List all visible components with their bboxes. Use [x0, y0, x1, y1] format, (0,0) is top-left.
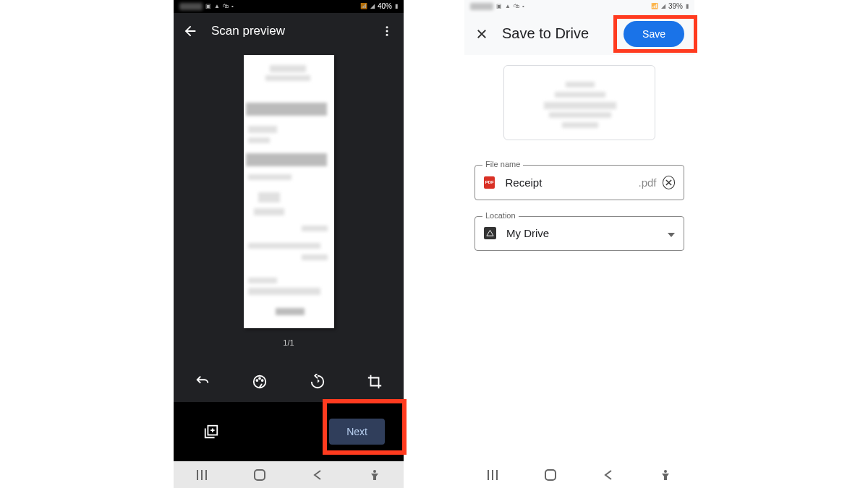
svg-rect-10: [205, 470, 207, 480]
signal-icon: ◢: [661, 3, 665, 9]
notification-icon: 🛍: [514, 3, 519, 9]
location-value: My Drive: [506, 227, 668, 239]
svg-point-2: [386, 33, 388, 35]
app-bar: Save to Drive Save: [464, 13, 694, 55]
svg-point-0: [386, 26, 388, 28]
filename-field[interactable]: File name PDF .pdf: [475, 165, 684, 200]
home-nav-icon[interactable]: [543, 468, 558, 482]
palette-icon[interactable]: [251, 373, 268, 390]
accessibility-nav-icon[interactable]: [658, 468, 673, 482]
wifi-icon: 📶: [360, 3, 367, 9]
location-label: Location: [482, 211, 519, 220]
svg-rect-8: [197, 470, 198, 480]
svg-rect-11: [255, 470, 265, 480]
clear-input-icon[interactable]: [663, 176, 675, 189]
phone-scan-preview: ▣ ▲ 🛍 • 📶 ◢ 40% ▮ Scan preview: [174, 0, 404, 488]
screen-title: Scan preview: [211, 24, 379, 38]
svg-rect-13: [488, 470, 489, 480]
battery-text: 40%: [378, 2, 392, 10]
notification-icon: ▲: [505, 3, 511, 9]
filename-input[interactable]: [505, 176, 642, 189]
back-icon[interactable]: [182, 23, 198, 39]
rotate-icon[interactable]: [309, 373, 326, 390]
document-preview-thumbnail: [503, 65, 655, 140]
screen-title: Save to Drive: [502, 25, 624, 42]
status-bar: ▣ ▲ 🛍 • 📶 ◢ 40% ▮: [174, 0, 404, 13]
preview-area: 1/1: [174, 49, 404, 361]
svg-point-1: [386, 30, 388, 32]
page-counter: 1/1: [283, 338, 294, 347]
svg-rect-14: [492, 470, 493, 480]
filename-extension: .pdf: [638, 176, 656, 189]
svg-point-12: [373, 470, 376, 473]
status-bar: ▣ ▲ 🛍 • 📶 ◢ 39% ▮: [464, 0, 694, 13]
battery-icon: ▮: [686, 3, 689, 9]
pdf-icon: PDF: [484, 176, 495, 189]
close-icon[interactable]: [475, 27, 489, 41]
home-nav-icon[interactable]: [252, 468, 267, 482]
location-field[interactable]: Location My Drive: [475, 216, 684, 251]
undo-icon[interactable]: [194, 373, 211, 390]
recents-nav-icon[interactable]: [486, 468, 501, 482]
next-button[interactable]: Next: [329, 419, 385, 445]
dropdown-icon: [668, 227, 675, 240]
system-nav-bar: [464, 461, 694, 489]
phone-save-to-drive: ▣ ▲ 🛍 • 📶 ◢ 39% ▮ Save to Drive Save: [464, 0, 694, 488]
back-nav-icon[interactable]: [310, 468, 325, 482]
system-nav-bar: [174, 461, 404, 489]
notification-icon: 🛍: [223, 3, 229, 9]
edit-toolbar: [174, 361, 404, 402]
svg-point-17: [664, 470, 667, 473]
action-bar: Next: [174, 402, 404, 461]
wifi-icon: 📶: [651, 3, 658, 9]
accessibility-nav-icon[interactable]: [367, 468, 382, 482]
signal-icon: ◢: [370, 3, 375, 9]
add-page-icon[interactable]: [203, 423, 220, 440]
save-button[interactable]: Save: [624, 21, 684, 47]
recents-nav-icon[interactable]: [195, 468, 210, 482]
scanned-page-thumbnail[interactable]: [244, 55, 334, 328]
app-bar: Scan preview: [174, 13, 404, 49]
notification-icon: ▲: [214, 3, 220, 9]
notification-icon: ▣: [205, 3, 211, 9]
svg-point-6: [262, 380, 263, 381]
svg-rect-16: [545, 470, 556, 480]
filename-label: File name: [482, 160, 523, 168]
svg-rect-15: [496, 470, 498, 480]
crop-icon[interactable]: [366, 373, 383, 390]
save-form: File name PDF .pdf Location My Drive: [464, 55, 694, 461]
back-nav-icon[interactable]: [601, 468, 616, 482]
svg-point-5: [259, 377, 260, 379]
drive-icon: [484, 227, 496, 239]
battery-icon: ▮: [395, 3, 398, 9]
svg-point-4: [257, 380, 258, 381]
notification-icon: ▣: [496, 3, 502, 9]
battery-text: 39%: [668, 2, 683, 10]
svg-rect-9: [201, 470, 203, 480]
more-menu-icon[interactable]: [379, 23, 395, 39]
